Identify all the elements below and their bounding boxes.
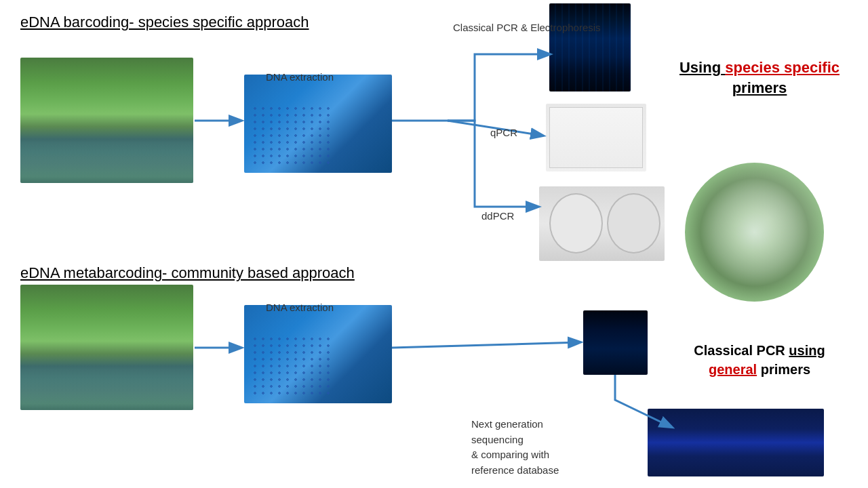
ngs-label: Next generationsequencing& comparing wit…: [471, 417, 559, 478]
dna-extraction-image-bottom: [244, 305, 392, 403]
nature-image-top: [20, 58, 193, 183]
slide: eDNA barcoding- species specific approac…: [0, 0, 868, 488]
qpcr-chart-image: [546, 104, 646, 171]
circle-vials-image: [685, 163, 824, 302]
nature-image-bottom: [20, 285, 193, 410]
using-species-specific-title: Using species specificprimers: [661, 58, 858, 98]
svg-line-5: [392, 342, 580, 348]
dna-extraction-label-top: DNA extraction: [266, 71, 334, 83]
ddpcr-label: ddPCR: [481, 210, 514, 222]
section1-title: eDNA barcoding- species specific approac…: [20, 14, 309, 31]
species-specific-red-text: species specific: [725, 59, 840, 76]
classical-pcr-general-title: Classical PCR using general primers: [661, 341, 858, 379]
using-underline-text: using: [789, 343, 825, 358]
classical-pcr-label: Classical PCR & Electrophoresis: [453, 20, 601, 35]
dna-extraction-image-top: [244, 75, 392, 173]
qpcr-label: qPCR: [490, 127, 517, 138]
section2-title: eDNA metabarcoding- community based appr…: [20, 264, 355, 282]
pcr-gel-image: [549, 3, 631, 92]
general-red-text: general: [709, 362, 757, 377]
dna-sequence-image: [648, 409, 824, 476]
ddpcr-image: [539, 186, 665, 261]
dna-extraction-label-bottom: DNA extraction: [266, 302, 334, 313]
ngs-gel-image: [583, 310, 648, 375]
